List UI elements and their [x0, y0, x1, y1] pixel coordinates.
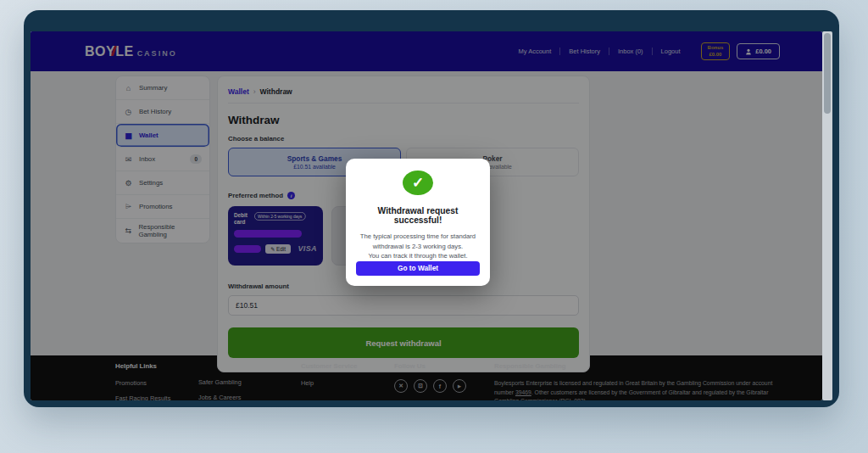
modal-title: Withdrawal request successful! — [356, 206, 480, 225]
scrollbar[interactable] — [822, 31, 832, 400]
modal-body-line1: The typical processing time for standard… — [356, 232, 480, 251]
scrollbar-thumb[interactable] — [824, 33, 831, 114]
modal-body-text: The typical processing time for standard… — [356, 232, 480, 261]
browser-window-frame: BOYLE CASINO My Account Bet History Inbo… — [24, 10, 839, 407]
withdrawal-success-modal: ✓ Withdrawal request successful! The typ… — [346, 159, 490, 286]
success-check-icon: ✓ — [403, 171, 433, 195]
go-to-wallet-button[interactable]: Go to Wallet — [356, 261, 480, 276]
modal-body-line2: You can track it through the wallet. — [356, 251, 480, 261]
site-viewport: BOYLE CASINO My Account Bet History Inbo… — [31, 31, 822, 400]
